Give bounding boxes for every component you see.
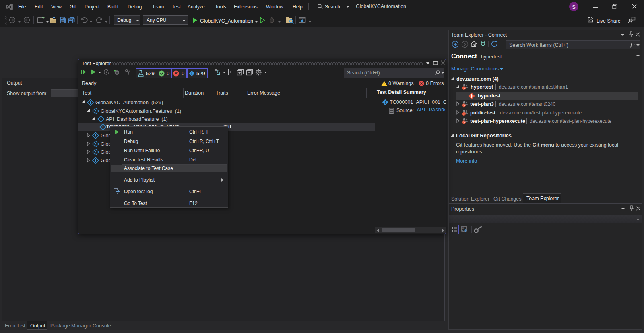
svg-text:Z: Z (462, 229, 464, 232)
